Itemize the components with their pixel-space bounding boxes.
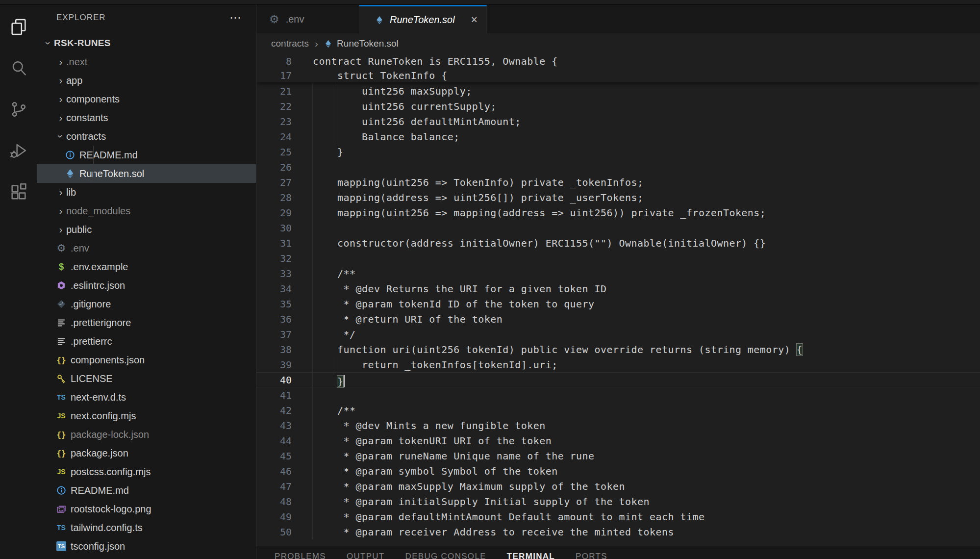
tab-env[interactable]: ⚙ .env xyxy=(257,5,359,33)
explorer-icon[interactable] xyxy=(0,16,37,38)
tree-item--eslintrc-json[interactable]: .eslintrc.json xyxy=(37,276,256,295)
code-line-48[interactable]: 48 * @param initialSupply Initial supply… xyxy=(256,494,980,509)
sticky-line-8[interactable]: 8contract RuneToken is ERC1155, Ownable … xyxy=(256,54,980,68)
tree-item-package-json[interactable]: {}package.json xyxy=(37,444,256,462)
tree-item-components-json[interactable]: {}components.json xyxy=(37,351,256,369)
tree-root-rsk-runes[interactable]: ›RSK-RUNES xyxy=(37,34,256,52)
panel-tab-problems[interactable]: PROBLEMS xyxy=(275,552,326,559)
code-editor[interactable]: 8contract RuneToken is ERC1155, Ownable … xyxy=(256,54,980,546)
code-line-22[interactable]: 22 uint256 currentSupply; xyxy=(256,99,980,114)
code-line-33[interactable]: 33 /** xyxy=(256,266,980,281)
tree-item--next[interactable]: ›.next xyxy=(37,52,256,71)
tree-item-package-lock-json[interactable]: {}package-lock.json xyxy=(37,425,256,444)
code-line-44[interactable]: 44 * @param tokenURI URI of the token xyxy=(256,433,980,448)
chevron-right-icon: › xyxy=(55,75,66,86)
code-line-47[interactable]: 47 * @param maxSupply Maximum supply of … xyxy=(256,479,980,494)
tree-item-node-modules[interactable]: ›node_modules xyxy=(37,202,256,220)
code-text: * @param maxSupply Maximum supply of the… xyxy=(313,481,625,492)
panel-tab-terminal[interactable]: TERMINAL xyxy=(507,552,555,559)
code-line-34[interactable]: 34 * @dev Returns the URI for a given to… xyxy=(256,281,980,296)
tree-item-readme-md[interactable]: README.md xyxy=(37,146,256,164)
code-line-39[interactable]: 39 return _tokenInfos[tokenId].uri; xyxy=(256,357,980,372)
image-icon xyxy=(55,504,67,514)
tree-item--prettierrc[interactable]: .prettierrc xyxy=(37,332,256,351)
code-line-32[interactable]: 32 xyxy=(256,251,980,266)
code-line-38[interactable]: 38 function uri(uint256 tokenId) public … xyxy=(256,342,980,357)
tree-item-tsconfig-json[interactable]: TStsconfig.json xyxy=(37,537,256,556)
tab-runetoken[interactable]: RuneToken.sol × xyxy=(359,5,487,33)
code-line-30[interactable]: 30 xyxy=(256,220,980,235)
more-actions-icon[interactable]: ⋯ xyxy=(229,15,241,20)
source-control-icon[interactable] xyxy=(0,99,37,120)
tree-item-label: app xyxy=(66,75,82,86)
tree-item-postcss-config-mjs[interactable]: JSpostcss.config.mjs xyxy=(37,462,256,481)
tree-item-contracts[interactable]: ›contracts xyxy=(37,127,256,146)
search-icon[interactable] xyxy=(0,57,37,79)
tree-item-app[interactable]: ›app xyxy=(37,71,256,90)
tree-item--prettierignore[interactable]: .prettierignore xyxy=(37,313,256,332)
code-text: constructor(address initialOwner) ERC115… xyxy=(313,237,766,249)
code-line-41[interactable]: 41 xyxy=(256,387,980,403)
tree-item-license[interactable]: LICENSE xyxy=(37,369,256,388)
code-text: uint256 defaultMintAmount; xyxy=(313,116,521,127)
code-line-43[interactable]: 43 * @dev Mints a new fungible token xyxy=(256,418,980,433)
code-line-27[interactable]: 27 mapping(uint256 => TokenInfo) private… xyxy=(256,175,980,190)
tree-item-runetoken-sol[interactable]: RuneToken.sol xyxy=(37,164,256,183)
code-text: /** xyxy=(313,405,355,416)
code-line-26[interactable]: 26 xyxy=(256,159,980,175)
sticky-line-17[interactable]: 17 struct TokenInfo { xyxy=(256,68,980,82)
tree-item-label: LICENSE xyxy=(71,373,113,384)
code-line-35[interactable]: 35 * @param tokenId ID of the token to q… xyxy=(256,296,980,311)
tree-item--gitignore[interactable]: .gitignore xyxy=(37,295,256,313)
line-number: 34 xyxy=(256,283,292,295)
panel-tab-debug-console[interactable]: DEBUG CONSOLE xyxy=(405,552,486,559)
code-line-46[interactable]: 46 * @param symbol Symbol of the token xyxy=(256,463,980,479)
dollar-icon: $ xyxy=(55,261,67,272)
panel-tab-output[interactable]: OUTPUT xyxy=(347,552,385,559)
code-line-31[interactable]: 31 constructor(address initialOwner) ERC… xyxy=(256,235,980,251)
line-number: 30 xyxy=(256,222,292,234)
code-line-36[interactable]: 36 * @return URI of the token xyxy=(256,311,980,327)
code-text: return _tokenInfos[tokenId].uri; xyxy=(313,359,558,371)
code-line-49[interactable]: 49 * @param defaultMintAmount Default am… xyxy=(256,509,980,524)
code-line-42[interactable]: 42 /** xyxy=(256,403,980,418)
tree-item-lib[interactable]: ›lib xyxy=(37,183,256,202)
line-number: 48 xyxy=(256,496,292,508)
code-line-40[interactable]: 40 } xyxy=(256,372,980,387)
code-line-28[interactable]: 28 mapping(address => uint256[]) private… xyxy=(256,190,980,205)
tree-item-components[interactable]: ›components xyxy=(37,90,256,108)
close-icon[interactable]: × xyxy=(471,13,477,26)
editor-tab-bar: ⚙ .env RuneToken.sol × xyxy=(256,5,980,33)
git-diamond-icon xyxy=(55,299,67,309)
tree-item--env-example[interactable]: $.env.example xyxy=(37,257,256,276)
tree-item-constants[interactable]: ›constants xyxy=(37,108,256,127)
code-line-50[interactable]: 50 * @param receiver Address to receive … xyxy=(256,524,980,539)
breadcrumb-folder[interactable]: contracts xyxy=(271,38,309,49)
code-line-24[interactable]: 24 Balance balance; xyxy=(256,129,980,144)
tree-item-label: .prettierignore xyxy=(71,317,131,329)
code-line-37[interactable]: 37 */ xyxy=(256,327,980,342)
breadcrumb-file[interactable]: RuneToken.sol xyxy=(324,38,399,49)
tree-item-rootstock-logo-png[interactable]: rootstock-logo.png xyxy=(37,500,256,518)
activity-bar xyxy=(0,5,37,559)
code-line-29[interactable]: 29 mapping(uint256 => mapping(address =>… xyxy=(256,205,980,220)
tree-item-readme-md[interactable]: README.md xyxy=(37,481,256,500)
gear-icon: ⚙ xyxy=(269,14,279,24)
code-line-21[interactable]: 21 uint256 maxSupply; xyxy=(256,83,980,99)
tree-item-next-config-mjs[interactable]: JSnext.config.mjs xyxy=(37,407,256,425)
code-line-25[interactable]: 25 } xyxy=(256,144,980,159)
tree-item--env[interactable]: ⚙.env xyxy=(37,239,256,257)
extensions-icon[interactable] xyxy=(0,181,37,203)
tree-item-public[interactable]: ›public xyxy=(37,220,256,239)
code-line-45[interactable]: 45 * @param runeName Unique name of the … xyxy=(256,448,980,463)
line-number: 24 xyxy=(256,131,292,143)
run-debug-icon[interactable] xyxy=(0,140,37,161)
tree-item-tailwind-config-ts[interactable]: TStailwind.config.ts xyxy=(37,518,256,537)
panel-tab-ports[interactable]: PORTS xyxy=(576,552,607,559)
tree-item-label: .env xyxy=(71,243,89,254)
tree-item-next-env-d-ts[interactable]: TSnext-env.d.ts xyxy=(37,388,256,407)
braces-icon: {} xyxy=(55,430,67,439)
tree-item-label: README.md xyxy=(79,150,138,161)
code-line-23[interactable]: 23 uint256 defaultMintAmount; xyxy=(256,114,980,129)
tree-item-label: tsconfig.json xyxy=(71,541,125,552)
